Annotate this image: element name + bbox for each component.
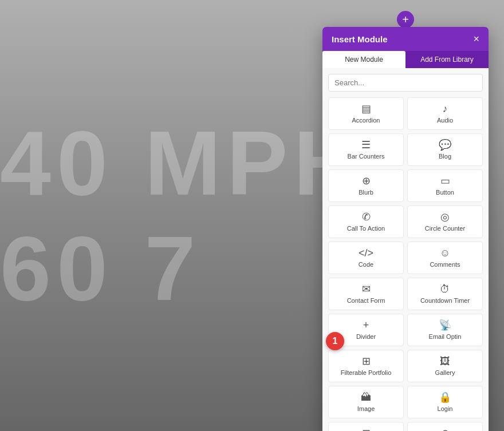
gallery-icon: 🖼 bbox=[440, 356, 450, 366]
number-counter-icon: ⊛ bbox=[441, 428, 450, 431]
modal-body: ▤Accordion♪Audio☰Bar Counters💬Blog⊕Blurb… bbox=[322, 68, 489, 431]
module-item-code[interactable]: </>Code bbox=[328, 242, 404, 274]
modal-header: Insert Module × bbox=[322, 27, 489, 51]
divider-icon: + bbox=[363, 320, 369, 330]
blurb-icon: ⊕ bbox=[362, 176, 371, 186]
circle-counter-icon: ◎ bbox=[440, 212, 450, 222]
module-item-audio[interactable]: ♪Audio bbox=[407, 97, 483, 130]
filterable-portfolio-icon: ⊞ bbox=[362, 356, 371, 366]
module-label-bar-counters: Bar Counters bbox=[348, 153, 385, 160]
module-label-contact-form: Contact Form bbox=[347, 297, 385, 304]
module-label-image: Image bbox=[357, 405, 375, 412]
image-icon: 🏔 bbox=[361, 392, 371, 402]
module-label-circle-counter: Circle Counter bbox=[425, 225, 465, 232]
module-label-audio: Audio bbox=[437, 117, 453, 124]
login-icon: 🔒 bbox=[439, 392, 451, 402]
module-item-number-counter[interactable]: ⊛Number Counter bbox=[407, 422, 483, 431]
search-input[interactable] bbox=[328, 74, 483, 92]
module-item-gallery[interactable]: 🖼Gallery bbox=[407, 350, 483, 382]
email-optin-icon: 📡 bbox=[439, 320, 451, 330]
tab-add-from-library[interactable]: Add From Library bbox=[405, 51, 489, 68]
module-item-filterable-portfolio[interactable]: ⊞Filterable Portfolio bbox=[328, 350, 404, 382]
map-icon: ⊟ bbox=[362, 428, 371, 431]
module-item-email-optin[interactable]: 📡Email Optin bbox=[407, 314, 483, 346]
contact-form-icon: ✉ bbox=[362, 284, 371, 294]
step-badge: 1 bbox=[326, 332, 344, 350]
module-label-call-to-action: Call To Action bbox=[347, 225, 385, 232]
module-item-accordion[interactable]: ▤Accordion bbox=[328, 97, 404, 130]
code-icon: </> bbox=[359, 248, 373, 258]
module-item-call-to-action[interactable]: ✆Call To Action bbox=[328, 205, 404, 238]
module-item-button[interactable]: ▭Button bbox=[407, 169, 483, 202]
module-label-countdown-timer: Countdown Timer bbox=[420, 297, 470, 304]
module-label-code: Code bbox=[359, 261, 373, 268]
module-label-blurb: Blurb bbox=[359, 189, 373, 196]
module-label-comments: Comments bbox=[430, 261, 460, 268]
module-item-circle-counter[interactable]: ◎Circle Counter bbox=[407, 205, 483, 238]
module-label-button: Button bbox=[436, 189, 454, 196]
call-to-action-icon: ✆ bbox=[362, 212, 371, 222]
module-label-gallery: Gallery bbox=[435, 369, 455, 376]
accordion-icon: ▤ bbox=[361, 104, 371, 114]
module-item-login[interactable]: 🔒Login bbox=[407, 386, 483, 418]
module-label-filterable-portfolio: Filterable Portfolio bbox=[341, 369, 392, 376]
blog-icon: 💬 bbox=[439, 140, 451, 150]
bar-counters-icon: ☰ bbox=[361, 140, 371, 150]
module-item-blog[interactable]: 💬Blog bbox=[407, 133, 483, 166]
module-label-blog: Blog bbox=[439, 153, 451, 160]
module-item-bar-counters[interactable]: ☰Bar Counters bbox=[328, 133, 404, 166]
module-item-map[interactable]: ⊟Map bbox=[328, 422, 404, 431]
module-item-comments[interactable]: ☺Comments bbox=[407, 242, 483, 274]
modal-title: Insert Module bbox=[332, 34, 388, 44]
module-item-blurb[interactable]: ⊕Blurb bbox=[328, 169, 404, 202]
module-label-accordion: Accordion bbox=[352, 117, 380, 124]
comments-icon: ☺ bbox=[440, 248, 450, 258]
module-label-login: Login bbox=[438, 405, 453, 412]
insert-module-modal: Insert Module × New Module Add From Libr… bbox=[322, 27, 489, 431]
tab-new-module[interactable]: New Module bbox=[322, 51, 405, 68]
audio-icon: ♪ bbox=[443, 104, 448, 114]
add-module-button[interactable]: + bbox=[397, 11, 414, 28]
modal-close-button[interactable]: × bbox=[473, 34, 479, 44]
countdown-timer-icon: ⏱ bbox=[440, 284, 450, 294]
modal-tabs: New Module Add From Library bbox=[322, 51, 489, 68]
modules-grid: ▤Accordion♪Audio☰Bar Counters💬Blog⊕Blurb… bbox=[328, 97, 483, 431]
module-label-email-optin: Email Optin bbox=[429, 333, 462, 340]
module-item-countdown-timer[interactable]: ⏱Countdown Timer bbox=[407, 278, 483, 310]
module-item-image[interactable]: 🏔Image bbox=[328, 386, 404, 418]
module-item-contact-form[interactable]: ✉Contact Form bbox=[328, 278, 404, 310]
module-label-divider: Divider bbox=[356, 333, 376, 340]
button-icon: ▭ bbox=[440, 176, 450, 186]
